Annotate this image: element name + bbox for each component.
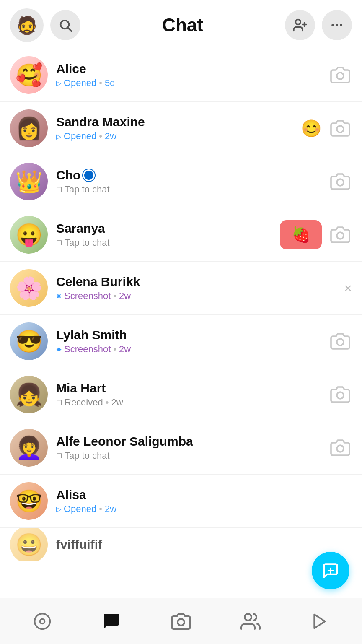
svg-point-6	[336, 24, 338, 26]
avatar: 🥰	[10, 56, 48, 94]
list-item[interactable]: 👩 Sandra Maxine ▷ Opened • 2w 😊	[0, 102, 362, 155]
chat-info: Cho ☐ Tap to chat	[56, 168, 323, 195]
user-avatar[interactable]: 🧔	[10, 8, 44, 42]
svg-point-19	[178, 619, 184, 626]
contact-name: Cho	[56, 168, 323, 182]
chat-info: Celena Burikk ✸ Screenshot • 2w	[56, 275, 339, 301]
camera-button[interactable]	[328, 436, 352, 460]
contact-name: Mia Hart	[56, 381, 323, 395]
chat-info: Alice ▷ Opened • 5d	[56, 62, 323, 88]
avatar: 🌸	[10, 269, 48, 307]
avatar: 😛	[10, 216, 48, 254]
add-friend-button[interactable]	[285, 10, 315, 40]
avatar: 🤓	[10, 482, 48, 520]
strawberry-badge: 🍓	[280, 220, 322, 249]
svg-point-2	[296, 20, 301, 25]
avatar: 👑	[10, 163, 48, 200]
chat-info: Saranya ☐ Tap to chat	[56, 221, 275, 248]
chat-actions	[328, 63, 352, 87]
chat-actions: 😊	[301, 117, 352, 140]
list-item[interactable]: 🌸 Celena Burikk ✸ Screenshot • 2w ×	[0, 262, 362, 315]
svg-point-7	[340, 24, 342, 26]
chat-info: Sandra Maxine ▷ Opened • 2w	[56, 115, 296, 142]
svg-point-10	[337, 179, 344, 186]
header: 🧔 Chat	[0, 0, 362, 49]
svg-point-14	[337, 445, 344, 452]
chat-status: ☐ Tap to chat	[56, 237, 275, 248]
nav-item-friends[interactable]	[232, 606, 269, 636]
nav-item-chat[interactable]	[93, 606, 130, 636]
nav-item-camera[interactable]	[163, 606, 199, 636]
list-item[interactable]: 👧 Mia Hart ☐ Received • 2w	[0, 368, 362, 421]
chat-info: Mia Hart ☐ Received • 2w	[56, 381, 323, 408]
search-button[interactable]	[50, 10, 80, 40]
list-item[interactable]: 🤓 Alisa ▷ Opened • 2w	[0, 475, 362, 528]
svg-point-20	[245, 614, 251, 621]
chat-info: Alisa ▷ Opened • 2w	[56, 488, 347, 514]
contact-name: Alfe Leonor Saligumba	[56, 434, 323, 449]
stories-icon	[310, 612, 329, 631]
dismiss-button[interactable]: ×	[344, 280, 352, 296]
chat-status: ☐ Received • 2w	[56, 397, 323, 408]
contact-name: Saranya	[56, 221, 275, 236]
map-icon	[33, 612, 52, 631]
chat-status: ✸ Screenshot • 2w	[56, 344, 323, 355]
contact-name: Alisa	[56, 488, 347, 502]
camera-button[interactable]	[328, 170, 352, 193]
blue-dot-badge	[83, 169, 95, 181]
chat-status: ☐ Tap to chat	[56, 450, 323, 461]
camera-button[interactable]	[328, 63, 352, 87]
chat-status: ▷ Opened • 5d	[56, 78, 323, 88]
nav-item-stories[interactable]	[302, 607, 337, 636]
chat-info: Lylah Smith ✸ Screenshot • 2w	[56, 328, 323, 355]
contact-name: Sandra Maxine	[56, 115, 296, 129]
new-chat-icon	[322, 562, 339, 579]
camera-button[interactable]	[328, 117, 352, 140]
chat-status: ✸ Screenshot • 2w	[56, 291, 339, 301]
chat-info: fviffuifif	[56, 538, 352, 552]
bottom-nav	[0, 598, 362, 644]
svg-point-17	[35, 613, 50, 629]
svg-point-13	[337, 392, 344, 399]
avatar: 👧	[10, 376, 48, 413]
camera-button[interactable]	[328, 223, 352, 247]
chat-actions	[328, 170, 352, 193]
list-item[interactable]: 😀 fviffuifif	[0, 528, 362, 561]
chat-actions	[328, 436, 352, 460]
camera-nav-icon	[171, 611, 191, 631]
chat-info: Alfe Leonor Saligumba ☐ Tap to chat	[56, 434, 323, 461]
more-options-button[interactable]	[322, 10, 352, 40]
avatar: 👩	[10, 109, 48, 147]
contact-name: fviffuifif	[56, 538, 352, 552]
camera-button[interactable]	[328, 330, 352, 353]
chat-nav-icon	[101, 611, 122, 631]
chat-status: ▷ Opened • 2w	[56, 131, 296, 142]
add-friend-icon	[292, 18, 308, 33]
list-item[interactable]: 😎 Lylah Smith ✸ Screenshot • 2w	[0, 315, 362, 368]
chat-list: 🥰 Alice ▷ Opened • 5d	[0, 49, 362, 561]
chat-status: ▷ Opened • 2w	[56, 504, 347, 514]
svg-point-18	[40, 619, 45, 623]
svg-point-11	[337, 232, 344, 239]
avatar: 😀	[10, 528, 48, 561]
chat-actions: ×	[344, 280, 352, 296]
smiley-badge: 😊	[301, 120, 322, 137]
list-item[interactable]: 👑 Cho ☐ Tap to chat	[0, 155, 362, 208]
camera-button[interactable]	[328, 383, 352, 406]
chat-actions	[328, 330, 352, 353]
svg-marker-21	[314, 614, 325, 628]
avatar: 👩‍🦱	[10, 429, 48, 467]
nav-item-map[interactable]	[25, 607, 60, 636]
list-item[interactable]: 😛 Saranya ☐ Tap to chat 🍓	[0, 208, 362, 262]
list-item[interactable]: 👩‍🦱 Alfe Leonor Saligumba ☐ Tap to chat	[0, 421, 362, 475]
list-item[interactable]: 🥰 Alice ▷ Opened • 5d	[0, 49, 362, 102]
svg-point-5	[331, 24, 334, 26]
new-chat-fab[interactable]	[312, 552, 349, 589]
search-icon	[58, 18, 72, 32]
contact-name: Lylah Smith	[56, 328, 323, 342]
friends-icon	[240, 611, 261, 631]
svg-line-1	[68, 28, 71, 31]
svg-point-8	[337, 73, 344, 79]
chat-actions	[328, 383, 352, 406]
chat-status: ☐ Tap to chat	[56, 184, 323, 195]
